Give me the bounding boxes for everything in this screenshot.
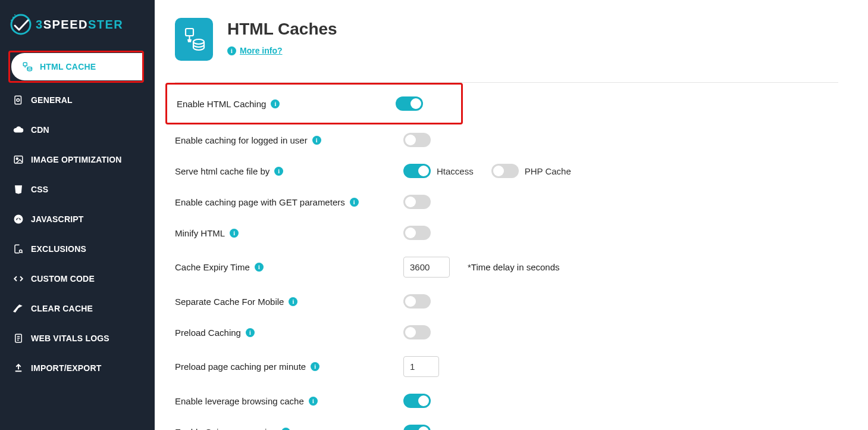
active-highlight-box: HTML CACHE (8, 51, 144, 83)
svg-rect-8 (14, 156, 23, 163)
page-brush-db-icon (175, 18, 213, 61)
info-icon[interactable]: i (350, 198, 359, 207)
more-info-link[interactable]: i More info? (227, 46, 283, 55)
sidebar-item-label: CSS (31, 185, 48, 194)
info-icon[interactable]: i (255, 263, 264, 272)
sidebar-item-label: JAVASCRIPT (31, 214, 84, 224)
document-gear-icon (13, 95, 24, 105)
settings-form: Enable HTML Caching i Enable caching for… (175, 83, 838, 430)
toggle-minify-html[interactable] (403, 226, 431, 240)
svg-point-11 (18, 219, 19, 220)
toggle-separate-mobile[interactable] (403, 294, 431, 309)
label-separate-mobile: Separate Cache For Mobile (175, 297, 284, 307)
cloud-icon (13, 124, 24, 135)
toggle-enable-logged-in[interactable] (403, 133, 431, 147)
row-separate-mobile: Separate Cache For Mobile i (175, 286, 838, 317)
brand-logo: 3SPEEDSTER (0, 0, 155, 48)
sidebar-item-label: CUSTOM CODE (31, 274, 95, 283)
row-preload-per-minute: Preload page caching per minute i (175, 348, 838, 385)
sidebar-nav: HTML CACHE GENERAL CDN IMAGE OPTIMI (0, 48, 155, 395)
toggle-serve-htaccess[interactable] (403, 164, 431, 178)
toggle-enable-get-params[interactable] (403, 195, 431, 209)
row-cache-expiry: Cache Expiry Time i *Time delay in secon… (175, 248, 838, 286)
label-php-cache: PHP Cache (525, 166, 571, 176)
info-icon[interactable]: i (309, 397, 318, 406)
input-preload-per-minute[interactable] (403, 356, 439, 377)
row-enable-get-params: Enable caching page with GET parameters … (175, 186, 838, 217)
svg-point-9 (16, 158, 18, 160)
main-content: HTML Caches i More info? Enable HTML Cac… (155, 0, 868, 430)
broom-icon (13, 303, 24, 314)
sidebar-item-clear-cache[interactable]: CLEAR CACHE (0, 294, 155, 323)
brand-wordmark: 3SPEEDSTER (37, 18, 123, 32)
sidebar-item-web-vitals-logs[interactable]: WEB VITALS LOGS (0, 323, 155, 353)
info-icon[interactable]: i (230, 229, 239, 238)
svg-rect-14 (186, 29, 193, 36)
sidebar-item-label: CDN (31, 125, 49, 135)
svg-rect-6 (15, 96, 21, 104)
svg-point-7 (17, 99, 20, 102)
dashboard-icon (13, 214, 24, 225)
row-enable-html-caching: Enable HTML Caching i (165, 83, 463, 124)
sidebar-item-custom-code[interactable]: CUSTOM CODE (0, 264, 155, 294)
row-preload-caching: Preload Caching i (175, 317, 838, 348)
svg-point-2 (11, 20, 12, 21)
sidebar-item-import-export[interactable]: IMPORT/EXPORT (0, 353, 155, 383)
svg-point-3 (14, 14, 15, 15)
info-icon[interactable]: i (274, 167, 283, 176)
sidebar-item-label: IMPORT/EXPORT (31, 363, 102, 373)
sidebar-item-label: HTML CACHE (40, 62, 96, 71)
file-lines-icon (13, 333, 24, 344)
sidebar-item-label: IMAGE OPTIMIZATION (31, 155, 122, 164)
image-icon (13, 154, 24, 165)
info-icon[interactable]: i (311, 362, 319, 371)
toggle-preload-caching[interactable] (403, 325, 431, 339)
toggle-serve-php[interactable] (491, 164, 519, 178)
label-enable-html-caching: Enable HTML Caching (177, 99, 266, 109)
svg-point-1 (12, 17, 14, 18)
sidebar-item-html-cache[interactable]: HTML CACHE (11, 53, 142, 80)
row-serve-by: Serve html cache file by i Htaccess PHP … (175, 155, 838, 186)
row-enable-logged-in: Enable caching for logged in user i (175, 124, 838, 155)
sidebar-item-cdn[interactable]: CDN (0, 115, 155, 145)
page-header: HTML Caches i More info? (175, 18, 838, 61)
info-icon[interactable]: i (281, 428, 290, 431)
hint-cache-expiry: *Time delay in seconds (468, 262, 560, 272)
label-serve-by: Serve html cache file by (175, 166, 270, 176)
input-cache-expiry[interactable] (403, 257, 450, 278)
sidebar-item-label: WEB VITALS LOGS (31, 334, 109, 343)
toggle-gzip[interactable] (403, 425, 431, 430)
sidebar-item-label: EXCLUSIONS (31, 244, 86, 254)
row-minify-html: Minify HTML i (175, 217, 838, 248)
upload-icon (13, 363, 24, 373)
info-icon[interactable]: i (289, 297, 297, 306)
toggle-leverage-browser[interactable] (403, 394, 431, 408)
brush-db-icon (22, 61, 33, 72)
label-enable-get-params: Enable caching page with GET parameters (175, 197, 345, 207)
label-cache-expiry: Cache Expiry Time (175, 262, 250, 272)
info-icon[interactable]: i (246, 328, 255, 337)
page-title: HTML Caches (227, 20, 337, 39)
sidebar-item-css[interactable]: CSS (0, 175, 155, 204)
info-icon: i (227, 46, 236, 55)
info-icon[interactable]: i (271, 99, 280, 108)
svg-rect-4 (23, 63, 27, 66)
label-preload-per-minute: Preload page caching per minute (175, 362, 306, 372)
info-icon[interactable]: i (312, 136, 321, 145)
brand-mark-icon (8, 12, 33, 37)
label-gzip: Enable Gzip compression (175, 427, 277, 431)
code-icon (13, 273, 24, 284)
label-leverage-browser: Enable leverage browsing cache (175, 396, 304, 406)
svg-point-5 (27, 67, 32, 69)
sidebar-item-javascript[interactable]: JAVASCRIPT (0, 204, 155, 234)
more-info-label: More info? (240, 46, 283, 55)
label-preload-caching: Preload Caching (175, 328, 241, 338)
sidebar-item-general[interactable]: GENERAL (0, 85, 155, 115)
toggle-enable-html-caching[interactable] (396, 96, 423, 111)
svg-point-15 (193, 39, 204, 44)
sidebar-item-exclusions[interactable]: EXCLUSIONS (0, 234, 155, 264)
sidebar-item-image-optimization[interactable]: IMAGE OPTIMIZATION (0, 145, 155, 175)
label-minify-html: Minify HTML (175, 228, 225, 238)
sidebar-item-label: GENERAL (31, 95, 73, 105)
file-search-icon (13, 244, 24, 254)
